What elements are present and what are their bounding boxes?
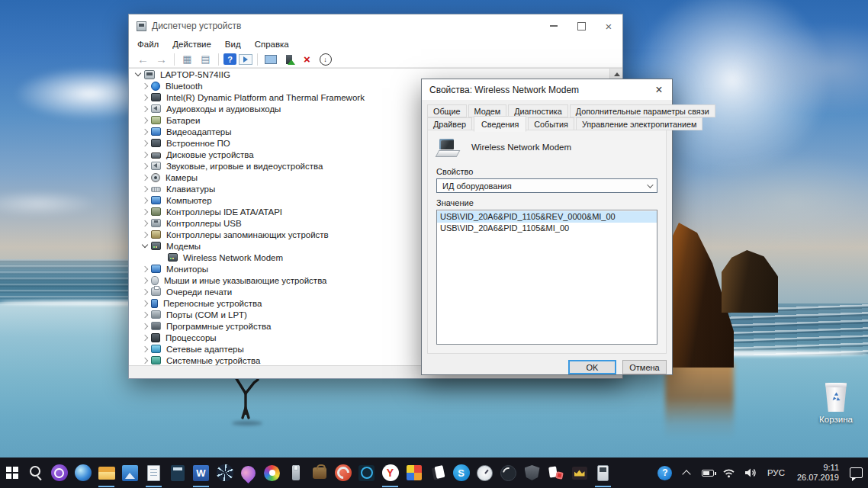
taskbar-item-timer[interactable]: [355, 458, 378, 488]
taskbar-item-casino[interactable]: [544, 458, 567, 488]
show-hidden-icons-chevron[interactable]: [677, 458, 696, 488]
ok-button[interactable]: OK: [568, 360, 616, 374]
expand-chevron-icon[interactable]: [139, 152, 151, 157]
tray-help-icon[interactable]: [656, 458, 674, 488]
taskbar-item-calculator[interactable]: [166, 458, 189, 488]
hardware-id-1[interactable]: USB\VID_20A6&PID_1105&MI_00: [437, 223, 657, 234]
device-category-icon: [151, 299, 158, 308]
expand-chevron-icon[interactable]: [139, 198, 151, 203]
toolbar-icon-uninstall[interactable]: [299, 53, 315, 66]
tab-0[interactable]: Драйвер: [427, 117, 472, 130]
expand-chevron-icon[interactable]: [139, 313, 151, 317]
tree-item-label: Модемы: [166, 242, 201, 251]
taskbar-item-crown[interactable]: [567, 458, 591, 488]
close-button[interactable]: ×: [595, 14, 622, 37]
taskbar-item-ccleaner[interactable]: [331, 458, 355, 488]
toolbar-icon-scan[interactable]: [262, 53, 278, 66]
expand-chevron-icon[interactable]: [139, 95, 151, 100]
tab-3[interactable]: Управление электропитанием: [576, 117, 703, 130]
property-dropdown[interactable]: ИД оборудования: [436, 178, 657, 193]
taskbar-item-money-bag[interactable]: [307, 458, 331, 488]
dialog-close-button[interactable]: ×: [646, 80, 672, 100]
taskbar-item-snowflake[interactable]: [213, 458, 236, 488]
taskbar-item-rubiks-cube[interactable]: [402, 458, 426, 488]
expand-chevron-icon[interactable]: [139, 301, 151, 306]
action-center-icon[interactable]: [847, 458, 865, 488]
scroll-up-icon[interactable]: [614, 72, 620, 76]
taskbar-item-photos[interactable]: [118, 458, 142, 488]
taskbar-clock[interactable]: 9:11 26.07.2019: [792, 463, 844, 483]
expand-chevron-icon[interactable]: [139, 336, 151, 340]
expand-chevron-icon[interactable]: [139, 358, 151, 363]
recycle-bin[interactable]: Корзина: [812, 383, 860, 424]
taskbar-item-skype[interactable]: S: [449, 458, 473, 488]
expand-chevron-icon[interactable]: [139, 221, 151, 226]
language-indicator[interactable]: РУС: [763, 468, 789, 477]
tab-0[interactable]: Общие: [427, 104, 467, 117]
taskbar-items: W: [0, 458, 615, 488]
taskbar-item-notepad[interactable]: [142, 458, 166, 488]
expand-chevron-icon[interactable]: [139, 107, 151, 111]
expand-chevron-icon[interactable]: [139, 187, 151, 191]
tree-item-label: Контроллеры запоминающих устройств: [166, 230, 329, 239]
menu-0[interactable]: Файл: [130, 40, 166, 49]
tab-3[interactable]: Дополнительные параметры связи: [570, 104, 715, 117]
expand-chevron-icon[interactable]: [139, 267, 151, 271]
expand-chevron-icon[interactable]: [139, 347, 151, 352]
taskbar-item-yandex[interactable]: Y: [378, 458, 402, 488]
toolbar-icon-sep[interactable]: [174, 53, 175, 66]
toolbar-icon-console[interactable]: [239, 54, 252, 65]
device-category-icon: [151, 219, 161, 227]
toolbar-icon-forward[interactable]: [153, 53, 169, 66]
taskbar-item-map-pin[interactable]: [236, 458, 260, 488]
taskbar-item-start[interactable]: [0, 458, 24, 488]
maximize-button[interactable]: [567, 14, 595, 37]
menu-3[interactable]: Справка: [248, 40, 296, 49]
taskbar-item-tank[interactable]: [520, 458, 544, 488]
tab-1[interactable]: Сведения: [474, 116, 526, 132]
menu-1[interactable]: Действие: [166, 40, 218, 49]
value-listbox[interactable]: USB\VID_20A6&PID_1105&REV_0000&MI_00 USB…: [436, 210, 657, 345]
menu-2[interactable]: Вид: [218, 40, 248, 49]
toolbar-icon-help[interactable]: [223, 53, 236, 65]
toolbar-icon-back[interactable]: [135, 53, 151, 66]
taskbar-item-browser-lens[interactable]: [71, 458, 95, 488]
taskbar-item-word[interactable]: W: [189, 458, 213, 488]
expand-chevron-icon[interactable]: [139, 164, 151, 169]
wifi-icon[interactable]: [720, 458, 738, 488]
toolbar-icon-update[interactable]: [281, 53, 297, 66]
expand-chevron-icon[interactable]: [139, 210, 151, 214]
taskbar-item-search[interactable]: [24, 458, 47, 488]
taskbar-item-speedometer[interactable]: [497, 458, 520, 488]
taskbar-item-palette[interactable]: [260, 458, 284, 488]
expand-chevron-icon[interactable]: [139, 324, 151, 329]
taskbar-item-cortana[interactable]: [47, 458, 71, 488]
expand-chevron-icon[interactable]: [139, 141, 151, 146]
expand-chevron-icon[interactable]: [139, 175, 151, 180]
expand-chevron-icon[interactable]: [139, 130, 151, 134]
toolbar-icon-disable[interactable]: [317, 53, 333, 66]
expand-chevron-icon[interactable]: [139, 84, 151, 88]
hardware-id-0[interactable]: USB\VID_20A6&PID_1105&REV_0000&MI_00: [437, 211, 657, 223]
expand-chevron-icon[interactable]: [139, 118, 151, 123]
expand-chevron-icon[interactable]: [139, 245, 151, 247]
taskbar-item-file-explorer[interactable]: [95, 458, 118, 488]
taskbar-item-device-manager[interactable]: [591, 458, 615, 488]
taskbar-item-cards[interactable]: [426, 458, 449, 488]
expand-chevron-icon[interactable]: [132, 73, 144, 75]
taskbar-item-clock[interactable]: [473, 458, 497, 488]
toolbar-icon-properties[interactable]: [198, 53, 214, 66]
tab-2[interactable]: События: [528, 117, 574, 130]
taskbar-item-flash-drive[interactable]: [284, 458, 307, 488]
toolbar-icon-devices[interactable]: [179, 53, 195, 66]
volume-icon[interactable]: [741, 458, 760, 488]
toolbar-icon-sep[interactable]: [218, 53, 219, 66]
toolbar-icon-sep[interactable]: [257, 53, 258, 66]
cancel-button[interactable]: Отмена: [622, 360, 667, 374]
expand-chevron-icon[interactable]: [139, 233, 151, 237]
expand-chevron-icon[interactable]: [139, 278, 151, 283]
taskbar-app-icon: [51, 464, 68, 481]
battery-icon[interactable]: [699, 458, 717, 488]
expand-chevron-icon[interactable]: [139, 290, 151, 294]
minimize-button[interactable]: [540, 14, 567, 37]
